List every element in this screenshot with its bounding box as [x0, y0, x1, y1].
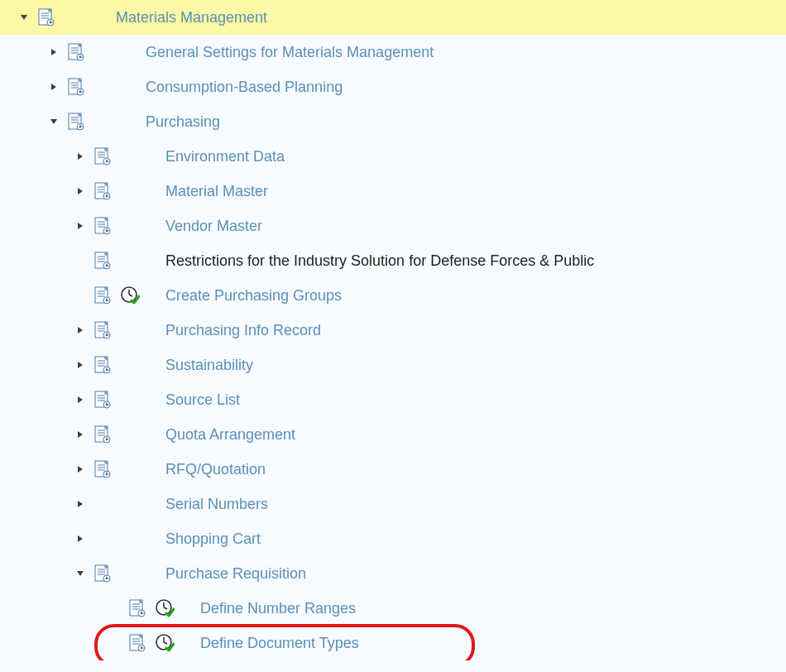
- tree-label[interactable]: Source List: [159, 391, 240, 409]
- document-icon: [126, 597, 149, 620]
- tree-label[interactable]: Material Master: [159, 183, 268, 200]
- tree-label[interactable]: Consumption-Based Planning: [139, 79, 343, 96]
- document-icon: [91, 249, 114, 272]
- tree-label[interactable]: Quota Arrangement: [159, 426, 295, 444]
- expand-icon[interactable]: [73, 222, 88, 230]
- document-icon: [91, 319, 114, 342]
- expand-icon[interactable]: [73, 187, 88, 195]
- tree-node-purchase-requisition[interactable]: Purchase Requisition: [0, 556, 786, 591]
- document-icon: [91, 353, 114, 377]
- document-icon: [91, 180, 114, 203]
- collapse-icon[interactable]: [46, 118, 61, 126]
- expand-icon[interactable]: [73, 361, 88, 369]
- document-icon: [91, 423, 114, 446]
- tree-node-purchasing[interactable]: Purchasing: [0, 104, 786, 139]
- tree-node-vendor-master[interactable]: Vendor Master: [0, 209, 786, 243]
- tree-node-general-settings[interactable]: General Settings for Materials Managemen…: [0, 35, 786, 70]
- tree-label[interactable]: Define Document Types: [194, 635, 359, 652]
- tree-node-consumption-based[interactable]: Consumption-Based Planning: [0, 70, 786, 104]
- tree-node-rfq-quotation[interactable]: RFQ/Quotation: [0, 452, 786, 487]
- tree-label[interactable]: RFQ/Quotation: [159, 461, 266, 478]
- document-icon: [91, 562, 114, 585]
- tree-label[interactable]: Serial Numbers: [159, 496, 268, 513]
- tree-node-create-purchasing-groups[interactable]: Create Purchasing Groups: [0, 278, 786, 313]
- document-icon: [65, 75, 88, 98]
- document-icon: [91, 284, 114, 307]
- tree-label[interactable]: Environment Data: [159, 148, 285, 166]
- expand-icon[interactable]: [73, 500, 88, 508]
- tree-label[interactable]: Restrictions for the Industry Solution f…: [159, 252, 594, 270]
- document-icon: [91, 388, 114, 411]
- tree-node-materials-management[interactable]: Materials Management: [0, 0, 786, 35]
- expand-icon[interactable]: [46, 48, 61, 56]
- tree-label[interactable]: Materials Management: [109, 9, 267, 26]
- tree-label[interactable]: Purchasing Info Record: [159, 322, 321, 339]
- collapse-icon[interactable]: [73, 569, 88, 578]
- tree-label[interactable]: Create Purchasing Groups: [159, 287, 342, 305]
- tree-node-restrictions[interactable]: Restrictions for the Industry Solution f…: [0, 243, 786, 278]
- img-tree: Materials Management General Settings fo…: [0, 0, 786, 660]
- tree-label[interactable]: Purchase Requisition: [159, 565, 306, 583]
- document-icon: [65, 110, 88, 133]
- tree-label[interactable]: Shopping Cart: [159, 530, 261, 548]
- expand-icon[interactable]: [73, 326, 88, 334]
- collapse-icon[interactable]: [17, 13, 31, 22]
- tree-node-purchasing-info-record[interactable]: Purchasing Info Record: [0, 313, 786, 348]
- activity-icon: [154, 632, 175, 654]
- tree-node-environment-data[interactable]: Environment Data: [0, 139, 786, 174]
- expand-icon[interactable]: [73, 535, 88, 543]
- expand-icon[interactable]: [46, 83, 61, 91]
- tree-node-source-list[interactable]: Source List: [0, 382, 786, 417]
- document-icon: [126, 631, 149, 655]
- document-icon: [65, 41, 88, 64]
- tree-node-quota-arrangement[interactable]: Quota Arrangement: [0, 417, 786, 452]
- tree-node-define-number-ranges[interactable]: Define Number Ranges: [0, 591, 786, 626]
- tree-node-shopping-cart[interactable]: Shopping Cart: [0, 521, 786, 556]
- expand-icon[interactable]: [73, 465, 88, 473]
- expand-icon[interactable]: [73, 152, 88, 161]
- document-icon: [91, 145, 114, 168]
- tree-label[interactable]: Define Number Ranges: [194, 600, 356, 617]
- tree-node-serial-numbers[interactable]: Serial Numbers: [0, 487, 786, 521]
- activity-icon: [119, 285, 141, 306]
- expand-icon[interactable]: [73, 396, 88, 404]
- document-icon: [91, 458, 114, 481]
- document-icon: [35, 6, 58, 29]
- tree-label[interactable]: Sustainability: [159, 357, 253, 374]
- expand-icon[interactable]: [73, 430, 88, 439]
- tree-label[interactable]: Purchasing: [139, 113, 220, 131]
- activity-icon: [154, 598, 175, 619]
- tree-label[interactable]: General Settings for Materials Managemen…: [139, 44, 434, 61]
- tree-node-material-master[interactable]: Material Master: [0, 174, 786, 209]
- tree-node-sustainability[interactable]: Sustainability: [0, 348, 786, 382]
- tree-label[interactable]: Vendor Master: [159, 218, 262, 235]
- tree-node-define-document-types[interactable]: Define Document Types: [0, 626, 786, 660]
- document-icon: [91, 214, 114, 238]
